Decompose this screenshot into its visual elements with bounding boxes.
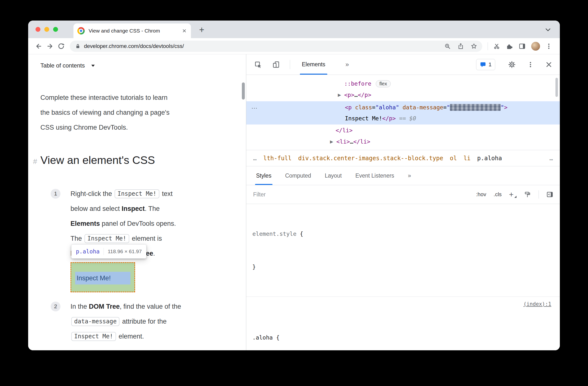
intro-line: the basics of viewing and changing a pag… [40,105,170,120]
bookmark-star-icon[interactable] [470,43,477,50]
tab-layout[interactable]: Layout [325,173,342,179]
device-toolbar-icon[interactable] [272,61,280,69]
dom-node-text: <li>…</li> [336,138,370,145]
extensions-puzzle-icon[interactable] [506,42,513,50]
step-2-text: In the DOM Tree, find the value of the d… [70,299,181,344]
expand-arrow-icon[interactable]: ▶ [338,93,341,97]
side-panel-icon[interactable] [519,42,526,50]
breadcrumb-current[interactable]: p.aloha [477,155,502,162]
styles-filter-actions: :hov .cls + [476,190,553,199]
styles-filter-bar: :hov .cls + [246,185,560,204]
devtools-menu-icon[interactable] [527,61,534,68]
tooltip-divider [104,248,104,255]
css-selector-line[interactable]: element.style { [252,229,560,239]
address-bar[interactable]: developer.chrome.com/docs/devtools/css/ [70,41,482,52]
dom-selected-line-1: <p class="aloha" data-message=""> [345,102,507,113]
flex-badge[interactable]: flex [376,80,391,87]
tab-styles[interactable]: Styles [256,166,272,185]
console-message-count: 1 [489,61,492,68]
browser-menu-icon[interactable] [546,43,552,50]
back-button[interactable] [33,41,44,52]
step-line: Right-click the Inspect Me! text [70,186,176,201]
devtools-toolbar-right: 1 [476,59,560,70]
devtools-close-icon[interactable] [545,61,552,68]
tab-search-chevron-icon[interactable] [545,26,551,33]
dom-node-li-close[interactable]: </li> [246,125,560,136]
more-panels-chevron[interactable]: » [345,61,349,68]
browser-toolbar: developer.chrome.com/docs/devtools/css/ [28,38,560,54]
css-rule-aloha[interactable]: (index):1 .aloha { border: ▶ 1px dashed … [246,297,560,350]
inspect-me-label: Inspect Me! [77,274,111,282]
stylesheet-link[interactable]: (index):1 [523,299,551,310]
filter-bar-divider [539,190,539,199]
breadcrumb-overflow-right[interactable]: … [549,155,553,162]
breadcrumb-item[interactable]: li [463,155,470,162]
step-line: data-message attribute for the [70,314,181,329]
chrome-favicon-icon [77,27,85,35]
inspect-element-icon[interactable] [254,61,262,69]
inspect-overlay-tooltip: p.aloha 118.96 × 61.97 [71,244,147,259]
breadcrumb-item[interactable]: ol [450,155,457,162]
breadcrumb-overflow-left[interactable]: … [253,155,256,162]
toggle-hover-state-button[interactable]: :hov [476,191,486,198]
tab-elements[interactable]: Elements [299,54,328,75]
lock-icon [75,43,81,49]
dock-sidebar-icon[interactable] [546,191,553,198]
article-pane: Table of contents Complete these interac… [28,54,246,350]
dom-breadcrumbs: … lth-full div.stack.center-images.stack… [246,150,560,166]
intro-line: Complete these interactive tutorials to … [40,90,170,105]
scissors-extension-icon[interactable] [493,42,500,50]
settings-gear-icon[interactable] [508,61,516,69]
browser-tab[interactable]: View and change CSS - Chrom [73,23,191,38]
fullscreen-window-button[interactable] [53,27,58,32]
css-close-brace: } [252,262,560,272]
css-rule-element-style[interactable]: element.style { } [246,204,560,297]
expand-arrow-icon[interactable]: ▶ [330,139,333,144]
css-selector-line[interactable]: .aloha { [252,332,560,343]
new-style-rule-button[interactable]: + [509,191,517,198]
section-heading: # View an element's CSS [28,153,246,169]
rendering-emulation-icon[interactable] [524,191,531,198]
devtools-panel: Elements » 1 [246,54,560,350]
step-2-number: 2 [51,302,61,311]
styles-filter-input[interactable] [253,191,352,198]
tooltip-selector: p.aloha [76,248,100,255]
breadcrumb-item[interactable]: div.stack.center-images.stack--block.typ… [298,155,443,162]
table-of-contents-control[interactable]: Table of contents [40,62,95,69]
browser-window: View and change CSS - Chrom + [28,20,560,350]
caret-down-icon [91,64,95,67]
tab-close-icon[interactable] [182,28,187,34]
minimize-window-button[interactable] [44,27,49,32]
screen-background: View and change CSS - Chrom + [0,0,588,386]
step-line: Inspect Me! element. [70,329,181,344]
window-body: Table of contents Complete these interac… [28,54,560,350]
share-icon[interactable] [457,43,464,50]
new-tab-button[interactable]: + [196,24,208,36]
breadcrumb-item[interactable]: lth-full [263,155,292,162]
dom-node-li-collapsed[interactable]: ▶ <li>…</li> [246,136,560,147]
profile-avatar[interactable] [531,42,540,51]
intro-line: CSS using Chrome DevTools. [40,120,170,135]
heading-anchor-hash[interactable]: # [33,157,37,166]
step-line: Elements panel of DevTools opens. [70,216,176,231]
node-more-actions-icon[interactable]: … [251,103,257,110]
dom-tree-scrollbar[interactable] [555,78,558,97]
toc-label: Table of contents [40,62,85,69]
toggle-classes-button[interactable]: .cls [494,191,502,198]
devtools-toolbar: Elements » 1 [246,54,560,75]
dom-node-p-collapsed[interactable]: ▶ <p>…</p> [246,89,560,100]
toolbar-divider [488,42,488,50]
reload-button[interactable] [56,41,67,52]
more-sidebar-tabs-chevron[interactable]: » [408,173,411,179]
inspect-me-content-highlight: Inspect Me! [75,272,130,285]
zoom-icon[interactable] [444,43,451,50]
tab-event-listeners[interactable]: Event Listeners [356,173,394,179]
dom-node-selected[interactable]: … <p class="aloha" data-message=""> Insp… [246,101,560,124]
inspect-me-element[interactable]: Inspect Me! [70,262,135,292]
article-scrollbar[interactable] [242,82,245,99]
console-messages-badge[interactable]: 1 [476,59,495,70]
forward-button[interactable] [44,41,56,52]
tab-computed[interactable]: Computed [285,173,311,179]
close-window-button[interactable] [36,27,40,32]
dom-node-before[interactable]: ::before flex [246,78,560,89]
